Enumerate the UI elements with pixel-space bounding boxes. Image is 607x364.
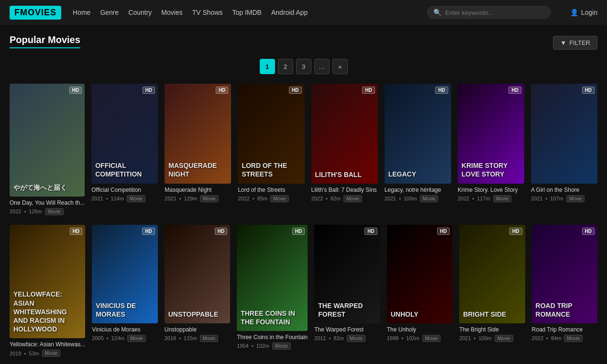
movie-year: 2011 xyxy=(314,335,326,341)
movie-meta: 1954 • 102m Movie xyxy=(237,342,308,350)
movie-duration: 124m xyxy=(111,335,125,341)
meta-separator: • xyxy=(472,196,474,201)
movie-type-badge: Movie xyxy=(200,195,219,202)
movie-year: 1954 xyxy=(237,343,248,349)
movie-poster: HD UNSTOPPABLE xyxy=(165,225,230,323)
meta-separator: • xyxy=(107,335,109,341)
movie-title: Lilith's Ball: 7 Deadly Sins xyxy=(311,187,378,193)
movie-year: 2021 xyxy=(531,196,542,201)
movie-card[interactable]: HD MASQUERADE NIGHT Masquerade Night 202… xyxy=(165,84,231,215)
movie-duration: 115m xyxy=(184,335,197,341)
poster-text: Krime Story Love Story xyxy=(462,161,520,178)
poster-text: Lord of the STREETS xyxy=(242,161,300,178)
nav-movies[interactable]: Movies xyxy=(161,9,182,16)
poster-text: THE WARPED FOREST xyxy=(318,301,376,319)
movie-meta: 2018 • 115m Movie xyxy=(165,335,230,342)
hd-badge: HD xyxy=(143,87,155,94)
page-btn-ellipsis[interactable]: … xyxy=(314,59,330,74)
movie-type-badge: Movie xyxy=(272,342,291,350)
movie-card[interactable]: HD BRIGHT SIDE The Bright Side 2021 • 10… xyxy=(459,225,525,357)
movie-type-badge: Movie xyxy=(564,335,583,342)
movie-duration: 129m xyxy=(184,196,198,201)
nav-home[interactable]: Home xyxy=(73,9,90,16)
movie-card[interactable]: HD UNHOLY The Unholy 1988 • 102m Movie xyxy=(387,225,452,357)
search-input[interactable] xyxy=(445,9,544,16)
nav-country[interactable]: Country xyxy=(128,9,152,16)
movie-card[interactable]: HD UNSTOPPABLE Unstoppable 2018 • 115m M… xyxy=(165,225,230,357)
poster-text: YELLOWFACE: Asian Whitewashing and Racis… xyxy=(13,290,81,333)
movie-poster: HD BRIGHT SIDE xyxy=(459,225,525,323)
movie-poster: HD ROAD TRIP ROMANCE xyxy=(532,225,597,323)
pagination: 1 2 3 … » xyxy=(10,59,597,74)
movie-duration: 102m xyxy=(406,335,419,341)
movie-card[interactable]: HD A Girl on the Shore 2021 • 107m Movie xyxy=(531,84,597,215)
hd-badge: HD xyxy=(364,228,377,235)
logo[interactable]: FMOVIES xyxy=(10,6,61,20)
movie-year: 2005 xyxy=(92,335,103,341)
movie-card[interactable]: HD Lilith's BALL Lilith's Ball: 7 Deadly… xyxy=(311,84,378,215)
filter-label: FILTER xyxy=(569,39,590,46)
movie-card[interactable]: HD THE WARPED FOREST The Warped Forest 2… xyxy=(314,225,380,357)
movie-type-badge: Movie xyxy=(566,195,585,202)
movie-type-badge: Movie xyxy=(127,195,145,202)
page-btn-1[interactable]: 1 xyxy=(260,59,275,74)
meta-separator: • xyxy=(106,196,108,201)
nav-genre[interactable]: Genre xyxy=(100,9,119,16)
movie-poster: HD Lilith's BALL xyxy=(311,84,378,184)
page-btn-next[interactable]: » xyxy=(332,59,348,74)
poster-text: BRIGHT SIDE xyxy=(463,310,521,319)
movie-grid-row2: HD YELLOWFACE: Asian Whitewashing and Ra… xyxy=(10,225,597,357)
user-icon: 👤 xyxy=(570,9,578,16)
movie-meta: 2022 • 117m Movie xyxy=(458,195,524,202)
movie-title: Yellowface: Asian Whitewas... xyxy=(10,341,85,348)
movie-card[interactable]: HD OFFICIAL COMPETITION Official Competi… xyxy=(91,84,158,215)
movie-duration: 126m xyxy=(29,209,42,214)
movie-year: 2021 xyxy=(459,335,471,341)
login-button[interactable]: 👤 Login xyxy=(570,9,597,16)
movie-card[interactable]: HD Lord of the STREETS Lord of the Stree… xyxy=(238,84,304,215)
movie-title: The Bright Side xyxy=(459,326,525,333)
poster-text: ROAD TRIP ROMANCE xyxy=(536,301,594,319)
meta-separator: • xyxy=(326,196,328,201)
movie-poster: HD Three Coins in the Fountain xyxy=(237,225,308,331)
title-row: Popular Movies ▼ FILTER xyxy=(10,34,597,51)
filter-button[interactable]: ▼ FILTER xyxy=(553,36,597,50)
nav-tvshows[interactable]: TV Shows xyxy=(192,9,223,16)
movie-title: Masquerade Night xyxy=(165,187,231,193)
movie-poster: HD MASQUERADE NIGHT xyxy=(165,84,231,184)
movie-card[interactable]: HD Three Coins in the Fountain Three Coi… xyxy=(237,225,308,357)
movie-type-badge: Movie xyxy=(42,350,61,357)
movie-poster: HD VINICIUS DE MORAES xyxy=(92,225,157,323)
movie-type-badge: Movie xyxy=(200,335,219,342)
movie-card[interactable]: HD YELLOWFACE: Asian Whitewashing and Ra… xyxy=(10,225,85,357)
meta-separator: • xyxy=(252,343,254,349)
movie-duration: 102m xyxy=(256,343,270,349)
poster-text: MASQUERADE NIGHT xyxy=(168,161,227,178)
filter-icon: ▼ xyxy=(560,39,566,46)
login-label: Login xyxy=(581,9,597,16)
meta-separator: • xyxy=(545,196,547,201)
movie-poster: HD UNHOLY xyxy=(387,225,452,323)
page-btn-2[interactable]: 2 xyxy=(278,59,293,74)
movie-year: 2019 xyxy=(10,351,21,356)
poster-text: やがて海へと届く xyxy=(13,183,81,192)
movie-title: Krime Story. Love Story xyxy=(458,187,524,193)
movie-duration: 85m xyxy=(257,196,267,201)
hd-badge: HD xyxy=(142,228,155,235)
movie-card[interactable]: HD Krime Story Love Story Krime Story. L… xyxy=(458,84,524,215)
nav-androidapp[interactable]: Android App xyxy=(271,9,308,16)
movie-type-badge: Movie xyxy=(347,335,365,342)
poster-text: VINICIUS DE MORAES xyxy=(96,301,154,319)
page-btn-3[interactable]: 3 xyxy=(296,59,311,74)
movie-type-badge: Movie xyxy=(127,335,146,342)
movie-card[interactable]: HD VINICIUS DE MORAES Vinicius de Moraes… xyxy=(92,225,157,357)
nav-topimdb[interactable]: Top IMDB xyxy=(232,9,262,16)
movie-card[interactable]: HD ROAD TRIP ROMANCE Road Trip Romance 2… xyxy=(532,225,597,357)
movie-type-badge: Movie xyxy=(493,195,512,202)
movie-card[interactable]: HD やがて海へと届く One Day, You Will Reach th..… xyxy=(10,84,85,215)
movie-meta: 2021 • 100m Movie xyxy=(459,335,525,342)
movie-title: The Unholy xyxy=(387,326,452,333)
movie-card[interactable]: HD LEGACY Legacy, notre héritage 2021 • … xyxy=(385,84,451,215)
movie-type-badge: Movie xyxy=(420,195,439,202)
meta-separator: • xyxy=(179,196,181,201)
